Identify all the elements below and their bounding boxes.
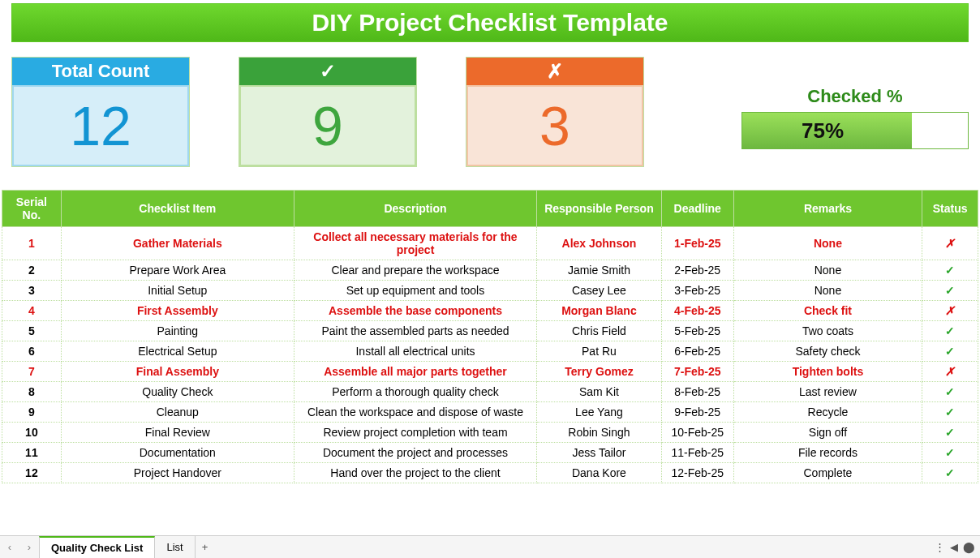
cell-item: Electrical Setup bbox=[61, 341, 294, 362]
more-icon[interactable]: ⋮ bbox=[935, 541, 945, 553]
cell-serial: 10 bbox=[2, 423, 62, 443]
cell-dead: 6-Feb-25 bbox=[661, 341, 733, 362]
cell-status[interactable]: ✓ bbox=[922, 463, 978, 483]
cell-desc: Document the project and processes bbox=[294, 443, 536, 463]
cell-item: Final Review bbox=[61, 423, 294, 443]
table-row[interactable]: 3Initial SetupSet up equipment and tools… bbox=[2, 281, 978, 301]
cell-resp: Dana Kore bbox=[537, 463, 662, 483]
prev-sheet-button[interactable]: ‹ bbox=[0, 541, 19, 553]
cell-resp: Morgan Blanc bbox=[537, 301, 662, 321]
cell-serial: 3 bbox=[2, 281, 62, 301]
col-desc: Description bbox=[294, 191, 536, 227]
cell-dead: 5-Feb-25 bbox=[661, 321, 733, 341]
cell-dead: 9-Feb-25 bbox=[661, 402, 733, 423]
card-checked: ✓ 9 bbox=[239, 57, 417, 167]
tab-list[interactable]: List bbox=[155, 536, 195, 559]
cell-status[interactable]: ✓ bbox=[922, 423, 978, 443]
card-total-value: 12 bbox=[12, 85, 189, 166]
x-icon: ✗ bbox=[466, 58, 643, 85]
cell-item: Final Assembly bbox=[61, 362, 294, 382]
cell-desc: Assemble all major parts together bbox=[294, 362, 536, 382]
cell-serial: 8 bbox=[2, 382, 62, 402]
table-header-row: Serial No. Checklist Item Description Re… bbox=[2, 191, 978, 227]
cell-dead: 2-Feb-25 bbox=[661, 260, 733, 281]
page-title: DIY Project Checklist Template bbox=[11, 3, 969, 42]
table-row[interactable]: 7Final AssemblyAssemble all major parts … bbox=[2, 362, 978, 382]
cell-serial: 2 bbox=[2, 260, 62, 281]
cell-remarks: None bbox=[733, 281, 922, 301]
table-row[interactable]: 5PaintingPaint the assembled parts as ne… bbox=[2, 321, 978, 341]
checked-percent-label: Checked % bbox=[741, 86, 969, 107]
cell-item: Initial Setup bbox=[61, 281, 294, 301]
table-row[interactable]: 2Prepare Work AreaClear and prepare the … bbox=[2, 260, 978, 281]
cell-status[interactable]: ✓ bbox=[922, 341, 978, 362]
cell-resp: Alex Johnson bbox=[537, 227, 662, 260]
cell-serial: 7 bbox=[2, 362, 62, 382]
cell-serial: 12 bbox=[2, 463, 62, 483]
cell-status[interactable]: ✓ bbox=[922, 281, 978, 301]
cell-item: Prepare Work Area bbox=[61, 260, 294, 281]
cell-status[interactable]: ✗ bbox=[922, 301, 978, 321]
cell-desc: Hand over the project to the client bbox=[294, 463, 536, 483]
table-row[interactable]: 9CleanupClean the workspace and dispose … bbox=[2, 402, 978, 423]
cell-desc: Assemble the base components bbox=[294, 301, 536, 321]
add-sheet-button[interactable]: + bbox=[196, 541, 215, 553]
table-row[interactable]: 6Electrical SetupInstall all electrical … bbox=[2, 341, 978, 362]
scroll-left-icon[interactable]: ◀ bbox=[950, 541, 958, 553]
col-resp: Responsible Person bbox=[537, 191, 662, 227]
cell-resp: Jess Tailor bbox=[537, 443, 662, 463]
card-checked-value: 9 bbox=[239, 85, 416, 166]
cell-remarks: Safety check bbox=[733, 341, 922, 362]
cell-item: Cleanup bbox=[61, 402, 294, 423]
cell-serial: 4 bbox=[2, 301, 62, 321]
table-row[interactable]: 10Final ReviewReview project completion … bbox=[2, 423, 978, 443]
cell-status[interactable]: ✗ bbox=[922, 227, 978, 260]
cell-remarks: None bbox=[733, 227, 922, 260]
card-total-label: Total Count bbox=[12, 58, 189, 85]
cell-status[interactable]: ✓ bbox=[922, 402, 978, 423]
cell-item: Gather Materials bbox=[61, 227, 294, 260]
cell-item: Project Handover bbox=[61, 463, 294, 483]
cell-serial: 11 bbox=[2, 443, 62, 463]
cell-remarks: Complete bbox=[733, 463, 922, 483]
table-row[interactable]: 8Quality CheckPerform a thorough quality… bbox=[2, 382, 978, 402]
table-row[interactable]: 1Gather MaterialsCollect all necessary m… bbox=[2, 227, 978, 260]
cell-resp: Robin Singh bbox=[537, 423, 662, 443]
cell-serial: 1 bbox=[2, 227, 62, 260]
cell-status[interactable]: ✗ bbox=[922, 362, 978, 382]
check-icon: ✓ bbox=[239, 58, 416, 85]
cell-status[interactable]: ✓ bbox=[922, 443, 978, 463]
summary-cards: Total Count 12 ✓ 9 ✗ 3 Checked % 75% bbox=[0, 42, 980, 175]
col-item: Checklist Item bbox=[61, 191, 294, 227]
cell-remarks: Tighten bolts bbox=[733, 362, 922, 382]
cell-remarks: Two coats bbox=[733, 321, 922, 341]
cell-desc: Paint the assembled parts as needed bbox=[294, 321, 536, 341]
cell-desc: Perform a thorough quality check bbox=[294, 382, 536, 402]
cell-dead: 4-Feb-25 bbox=[661, 301, 733, 321]
col-status: Status bbox=[922, 191, 978, 227]
cell-dead: 12-Feb-25 bbox=[661, 463, 733, 483]
cell-resp: Terry Gomez bbox=[537, 362, 662, 382]
next-sheet-button[interactable]: › bbox=[19, 541, 39, 553]
table-row[interactable]: 4First AssemblyAssemble the base compone… bbox=[2, 301, 978, 321]
checked-percent-box: Checked % 75% bbox=[741, 86, 969, 149]
table-row[interactable]: 12Project HandoverHand over the project … bbox=[2, 463, 978, 483]
cell-resp: Jamie Smith bbox=[537, 260, 662, 281]
card-unchecked-value: 3 bbox=[466, 85, 643, 166]
col-rem: Remarks bbox=[733, 191, 922, 227]
cell-remarks: File records bbox=[733, 443, 922, 463]
cell-dead: 7-Feb-25 bbox=[661, 362, 733, 382]
checklist-table: Serial No. Checklist Item Description Re… bbox=[2, 190, 978, 483]
cell-status[interactable]: ✓ bbox=[922, 321, 978, 341]
cell-remarks: Sign off bbox=[733, 423, 922, 443]
scroll-handle-icon[interactable]: ⬤ bbox=[963, 541, 975, 553]
cell-desc: Install all electrical units bbox=[294, 341, 536, 362]
table-row[interactable]: 11DocumentationDocument the project and … bbox=[2, 443, 978, 463]
sheet-tab-bar: ‹ › Quality Check List List + ⋮ ◀ ⬤ bbox=[0, 535, 980, 558]
tab-quality-check-list[interactable]: Quality Check List bbox=[39, 536, 155, 559]
cell-item: Quality Check bbox=[61, 382, 294, 402]
cell-serial: 6 bbox=[2, 341, 62, 362]
cell-status[interactable]: ✓ bbox=[922, 260, 978, 281]
cell-status[interactable]: ✓ bbox=[922, 382, 978, 402]
cell-remarks: Check fit bbox=[733, 301, 922, 321]
